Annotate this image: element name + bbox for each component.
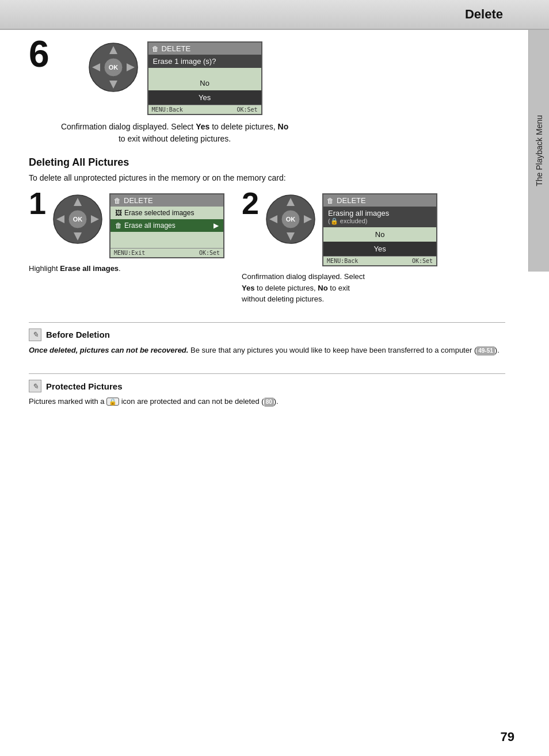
deleting-all-intro: To delete all unprotected pictures in th… (29, 172, 505, 184)
main-content: 6 OK (0, 30, 528, 756)
lcd2-footer-menu: MENU:Back (327, 258, 358, 264)
page-number: 79 (501, 730, 514, 744)
step1-col: OK (52, 193, 104, 245)
lcd1-row1: 🖼 Erase selected images (110, 207, 223, 219)
lcd1-title: DELETE (124, 196, 153, 205)
control-pad-step1: OK (52, 193, 104, 245)
lcd2-highlighted: Erasing all images (🔒 excluded) (323, 207, 436, 227)
step2-block: 2 OK (242, 193, 437, 305)
lcd6-title: DELETE (162, 44, 191, 53)
lcd-step2: 🗑 DELETE Erasing all images (🔒 excluded)… (322, 193, 437, 266)
steps-row: 1 OK (29, 193, 505, 305)
before-deletion-body: Once deleted, pictures can not be recove… (29, 345, 505, 357)
lcd6-footer-ok: OK:Set (237, 106, 257, 113)
trash-icon-2: 🗑 (327, 197, 334, 205)
lcd6-no: No (148, 76, 261, 90)
step6-caption: Confirmation dialog displayed. Select Ye… (60, 121, 290, 145)
svg-text:OK: OK (108, 64, 118, 71)
lcd6-footer: MENU:Back OK:Set (148, 105, 261, 114)
lcd1-footer-menu: MENU:Exit (114, 250, 145, 256)
deleting-all-heading: Deleting All Pictures (29, 156, 505, 169)
protected-pictures-header: ✎ Protected Pictures (29, 380, 505, 392)
step6-number: 6 (29, 36, 49, 72)
step1-number: 1 (29, 188, 46, 219)
sidebar-tab-label: The Playback Menu (535, 115, 544, 186)
step1-caption: Highlight Erase all images. (29, 263, 121, 274)
trash-icon-6: 🗑 (152, 45, 159, 53)
control-pad-step2: OK (265, 193, 317, 245)
protected-pictures-title: Protected Pictures (46, 381, 123, 391)
lcd2-no: No (323, 227, 436, 242)
note-icon-2: ✎ (29, 380, 41, 392)
lcd6-highlighted: Erase 1 image (s)? (148, 55, 261, 68)
lcd2-title: DELETE (337, 196, 366, 205)
step2-col: OK (265, 193, 317, 245)
lcd-step6: 🗑 DELETE Erase 1 image (s)? No Yes MENU:… (147, 41, 262, 115)
note-icon-1: ✎ (29, 329, 41, 341)
arrow-icon: ▶ (214, 222, 219, 230)
before-deletion-title: Before Deletion (46, 330, 110, 339)
step6-right: OK 🗑 DELETE Erase 1 image (s)? No Yes ME… (60, 41, 290, 145)
step6-inner: OK 🗑 DELETE Erase 1 image (s)? No Yes ME… (87, 41, 262, 115)
lcd1-row2-selected: 🗑 Erase all images ▶ (110, 219, 223, 232)
sidebar-tab: The Playback Menu (528, 30, 549, 272)
control-pad-step6: OK (87, 41, 139, 93)
page-title: Delete (465, 7, 503, 22)
lcd2-title-bar: 🗑 DELETE (323, 194, 436, 207)
trash-icon-1: 🗑 (114, 197, 121, 205)
lcd2-footer-ok: OK:Set (412, 258, 433, 264)
step6-section: 6 OK (29, 41, 505, 145)
protected-pictures-note: ✎ Protected Pictures Pictures marked wit… (29, 373, 505, 408)
lcd2-footer: MENU:Back OK:Set (323, 256, 436, 265)
lcd6-footer-menu: MENU:Back (152, 106, 183, 113)
step2-number: 2 (242, 188, 259, 219)
lcd1-title-bar: 🗑 DELETE (110, 194, 223, 207)
lcd1-footer-ok: OK:Set (199, 250, 220, 256)
lcd1-footer: MENU:Exit OK:Set (110, 248, 223, 257)
before-deletion-header: ✎ Before Deletion (29, 329, 505, 341)
lcd6-title-bar: 🗑 DELETE (148, 43, 261, 55)
protected-pictures-body: Pictures marked with a 🔒 icon are protec… (29, 396, 505, 408)
lcd6-yes: Yes (148, 90, 261, 105)
step1-block: 1 OK (29, 193, 224, 274)
header-bar: Delete (0, 0, 549, 30)
step2-inner: 2 OK (242, 193, 437, 266)
before-deletion-note: ✎ Before Deletion Once deleted, pictures… (29, 322, 505, 357)
step2-caption: Confirmation dialog displayed. Select Ye… (242, 271, 368, 305)
svg-text:OK: OK (286, 216, 296, 223)
lock-icon-inline: 🔒 (106, 398, 119, 406)
svg-text:OK: OK (73, 216, 83, 223)
step1-inner: 1 OK (29, 193, 224, 258)
lcd-step1: 🗑 DELETE 🖼 Erase selected images 🗑 Erase… (109, 193, 224, 258)
lcd2-yes: Yes (323, 242, 436, 256)
